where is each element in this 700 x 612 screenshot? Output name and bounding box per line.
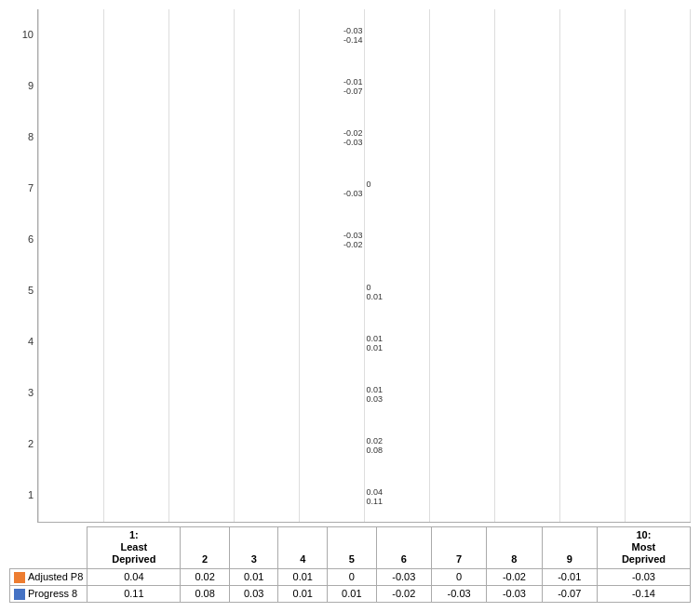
table-section: 1:LeastDeprived2345678910:MostDeprivedAd… xyxy=(9,526,691,603)
bar-value-label: 0.01 xyxy=(367,385,384,394)
table-header-empty xyxy=(10,527,88,569)
bar-row: -0.03-0.02 xyxy=(38,214,691,265)
bar-value-label: -0.02 xyxy=(343,240,363,249)
table-cell-adjusted-p8: 0.02 xyxy=(181,568,230,585)
bar-value-label: -0.07 xyxy=(343,86,363,96)
table-cell-progress8: 0.03 xyxy=(229,585,278,602)
y-axis-label: 3 xyxy=(9,388,37,398)
bar-row: 0-0.03 xyxy=(38,163,691,214)
table-cell-progress8: 0.01 xyxy=(278,585,328,602)
y-axis-label: 4 xyxy=(9,337,37,347)
table-col-header: 7 xyxy=(431,527,486,569)
table-cell-adjusted-p8: 0.01 xyxy=(278,568,328,585)
table-col-header: 6 xyxy=(376,527,431,569)
bar-value-label: 0 xyxy=(367,180,371,189)
y-axis-label: 7 xyxy=(9,183,37,193)
table-legend-cell: Adjusted P8 xyxy=(10,568,88,585)
bar-value-label: 0.01 xyxy=(367,292,384,301)
bar-value-label: 0.08 xyxy=(367,446,384,455)
table-legend-cell: Progress 8 xyxy=(10,585,88,602)
table-cell-adjusted-p8: -0.03 xyxy=(597,568,690,585)
bar-value-label: -0.02 xyxy=(343,128,363,138)
table-cell-adjusted-p8: -0.01 xyxy=(542,568,597,585)
table-col-header: 2 xyxy=(181,527,230,569)
table-cell-adjusted-p8: -0.03 xyxy=(376,568,431,585)
y-axis-label: 8 xyxy=(9,132,37,142)
y-axis-labels: 12345678910 xyxy=(9,9,37,523)
table-col-header: 4 xyxy=(278,527,328,569)
table-cell-adjusted-p8: 0 xyxy=(431,568,486,585)
table-cell-adjusted-p8: 0.04 xyxy=(88,568,181,585)
y-axis-label: 5 xyxy=(9,286,37,296)
data-table: 1:LeastDeprived2345678910:MostDeprivedAd… xyxy=(9,526,691,603)
bars-section: 0.040.110.020.080.010.030.010.0100.01-0.… xyxy=(37,9,691,523)
chart-container: 12345678910 0.040.110.020.080.010.030.01… xyxy=(0,0,700,612)
bar-value-label: 0 xyxy=(367,283,371,292)
bar-row: 0.010.01 xyxy=(38,317,691,368)
legend-blue-box xyxy=(14,589,25,600)
table-cell-adjusted-p8: 0.01 xyxy=(229,568,278,585)
bar-value-label: 0.11 xyxy=(367,497,384,506)
bar-row: -0.01-0.07 xyxy=(38,60,691,112)
chart-area: 12345678910 0.040.110.020.080.010.030.01… xyxy=(9,9,691,523)
bar-row: -0.02-0.03 xyxy=(38,112,691,163)
bar-value-label: -0.03 xyxy=(343,26,363,35)
y-axis-label: 10 xyxy=(9,30,37,40)
legend-adjusted-p8-label: Adjusted P8 xyxy=(28,571,83,582)
bar-value-label: 0.01 xyxy=(367,343,384,353)
legend-progress8-label: Progress 8 xyxy=(28,588,77,599)
bar-value-label: -0.03 xyxy=(343,189,363,198)
bar-value-label: 0.03 xyxy=(367,394,384,404)
y-axis-label: 9 xyxy=(9,81,37,91)
bar-row: 00.01 xyxy=(38,266,691,317)
table-cell-progress8: 0.11 xyxy=(88,585,181,602)
bar-value-label: -0.01 xyxy=(343,77,363,86)
table-cell-progress8: -0.14 xyxy=(597,585,690,602)
table-cell-progress8: -0.03 xyxy=(487,585,542,602)
legend-orange-box xyxy=(14,572,25,583)
table-col-header: 9 xyxy=(542,527,597,569)
table-col-header: 10:MostDeprived xyxy=(597,527,690,569)
table-col-header: 3 xyxy=(229,527,278,569)
bar-value-label: 0.02 xyxy=(367,436,384,446)
bar-row: -0.03-0.14 xyxy=(38,9,691,60)
bar-value-label: -0.03 xyxy=(343,138,363,147)
bars-group: 0.040.110.020.080.010.030.010.0100.01-0.… xyxy=(38,9,691,522)
bar-value-label: -0.14 xyxy=(343,35,363,45)
table-cell-progress8: -0.02 xyxy=(376,585,431,602)
table-cell-adjusted-p8: 0 xyxy=(328,568,377,585)
table-col-header: 5 xyxy=(328,527,377,569)
bar-value-label: -0.03 xyxy=(343,231,363,240)
table-cell-progress8: 0.08 xyxy=(181,585,230,602)
y-axis-label: 1 xyxy=(9,490,37,500)
table-cell-progress8: -0.03 xyxy=(431,585,486,602)
table-col-header: 1:LeastDeprived xyxy=(88,527,181,569)
bar-value-label: 0.04 xyxy=(367,487,384,497)
y-axis-label: 6 xyxy=(9,234,37,245)
table-col-header: 8 xyxy=(487,527,542,569)
table-cell-adjusted-p8: -0.02 xyxy=(487,568,542,585)
table-cell-progress8: 0.01 xyxy=(328,585,377,602)
bar-row: 0.010.03 xyxy=(38,368,691,419)
bar-row: 0.020.08 xyxy=(38,419,691,471)
bar-row: 0.040.11 xyxy=(38,471,691,522)
table-cell-progress8: -0.07 xyxy=(542,585,597,602)
bar-value-label: 0.01 xyxy=(367,334,384,343)
y-axis-label: 2 xyxy=(9,439,37,449)
